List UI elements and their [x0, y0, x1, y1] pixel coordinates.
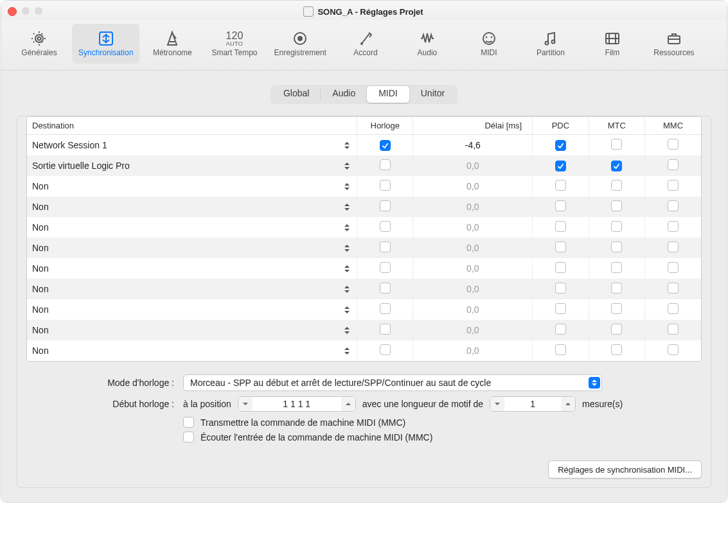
delay-value[interactable]: 0,0	[413, 155, 533, 176]
destination-stepper[interactable]	[344, 201, 351, 213]
destination-stepper[interactable]	[344, 345, 351, 356]
mtc-checkbox[interactable]	[611, 283, 622, 293]
midi-sync-settings-button[interactable]: Réglages de synchronisation MIDI...	[548, 460, 702, 478]
pdc-checkbox[interactable]	[555, 344, 566, 355]
destination-stepper[interactable]	[344, 242, 351, 254]
toolbar-item-audio[interactable]: Audio	[398, 24, 456, 64]
mmc-checkbox[interactable]	[668, 283, 679, 293]
destination-stepper[interactable]	[344, 304, 351, 315]
pattern-decrement[interactable]	[490, 397, 504, 411]
clock-checkbox[interactable]	[380, 324, 391, 335]
delay-value[interactable]: -4,6	[413, 135, 533, 156]
toolbar-item-accord[interactable]: Accord	[337, 24, 395, 64]
position-increment[interactable]	[341, 397, 355, 411]
col-delay[interactable]: Délai [ms]	[413, 117, 533, 135]
tab-midi[interactable]: MIDI	[367, 86, 409, 103]
pdc-checkbox[interactable]	[555, 161, 566, 171]
mmc-checkbox[interactable]	[668, 221, 679, 232]
destination-stepper[interactable]	[344, 139, 351, 151]
toolbar-item-ressources[interactable]: Ressources	[645, 24, 703, 64]
mtc-checkbox[interactable]	[611, 161, 622, 171]
clock-checkbox[interactable]	[380, 344, 391, 355]
mmc-checkbox[interactable]	[668, 241, 679, 252]
pattern-increment[interactable]	[561, 397, 575, 411]
pdc-checkbox[interactable]	[555, 324, 566, 335]
destination-stepper[interactable]	[344, 283, 351, 295]
clock-checkbox[interactable]	[380, 159, 391, 170]
position-decrement[interactable]	[238, 397, 253, 411]
pdc-checkbox[interactable]	[555, 200, 566, 211]
toolbar-item-metronome[interactable]: Métronome	[143, 24, 201, 64]
transmit-mmc-checkbox[interactable]	[183, 417, 194, 428]
delay-value[interactable]: 0,0	[413, 299, 533, 320]
mmc-checkbox[interactable]	[668, 200, 679, 211]
pdc-checkbox[interactable]	[555, 262, 566, 273]
mtc-checkbox[interactable]	[611, 241, 622, 252]
pdc-checkbox[interactable]	[555, 283, 566, 293]
tab-global[interactable]: Global	[272, 86, 321, 103]
position-value[interactable]: 1 1 1 1	[253, 399, 341, 409]
mtc-checkbox[interactable]	[611, 221, 622, 232]
clock-checkbox[interactable]	[380, 241, 391, 252]
delay-value[interactable]: 0,0	[413, 238, 533, 258]
destination-stepper[interactable]	[344, 263, 351, 274]
mtc-checkbox[interactable]	[611, 139, 622, 150]
pdc-checkbox[interactable]	[555, 303, 566, 314]
col-mtc[interactable]: MTC	[589, 117, 644, 135]
mtc-checkbox[interactable]	[611, 324, 622, 335]
toolbar-item-synchronisation[interactable]: Synchronisation	[72, 24, 139, 64]
mtc-checkbox[interactable]	[611, 344, 622, 355]
col-pdc[interactable]: PDC	[533, 117, 589, 135]
destination-stepper[interactable]	[344, 180, 351, 192]
col-clock[interactable]: Horloge	[357, 117, 413, 135]
mtc-checkbox[interactable]	[611, 303, 622, 314]
toolbar-item-film[interactable]: Film	[583, 24, 641, 64]
clock-checkbox[interactable]	[380, 303, 391, 314]
listen-mmc-checkbox[interactable]	[183, 432, 194, 442]
mmc-checkbox[interactable]	[668, 159, 679, 170]
tab-audio[interactable]: Audio	[321, 86, 367, 103]
mmc-checkbox[interactable]	[668, 324, 679, 335]
clock-checkbox[interactable]	[380, 140, 391, 151]
destination-stepper[interactable]	[344, 160, 351, 171]
delay-value[interactable]: 0,0	[413, 217, 533, 238]
clock-checkbox[interactable]	[380, 221, 391, 232]
mmc-checkbox[interactable]	[668, 180, 679, 191]
pdc-checkbox[interactable]	[555, 180, 566, 191]
clock-checkbox[interactable]	[380, 262, 391, 273]
tab-unitor[interactable]: Unitor	[409, 86, 456, 103]
midi-destinations-table: Destination Horloge Délai [ms] PDC MTC M…	[26, 116, 702, 362]
mtc-checkbox[interactable]	[611, 180, 622, 191]
pdc-checkbox[interactable]	[555, 140, 566, 151]
col-mmc[interactable]: MMC	[645, 117, 701, 135]
pdc-checkbox[interactable]	[555, 241, 566, 252]
position-stepper[interactable]: 1 1 1 1	[238, 396, 356, 412]
pattern-value[interactable]: 1	[504, 399, 561, 409]
clock-mode-popup[interactable]: Morceau - SPP au début et arrêt de lectu…	[183, 374, 602, 391]
destination-stepper[interactable]	[344, 222, 351, 233]
pattern-length-stepper[interactable]: 1	[490, 396, 576, 412]
clock-checkbox[interactable]	[380, 283, 391, 293]
clock-checkbox[interactable]	[380, 180, 391, 191]
delay-value[interactable]: 0,0	[413, 258, 533, 279]
pdc-checkbox[interactable]	[555, 221, 566, 232]
delay-value[interactable]: 0,0	[413, 197, 533, 217]
toolbar-item-smart-tempo[interactable]: 120AUTOSmart Tempo	[205, 24, 263, 64]
mmc-checkbox[interactable]	[668, 139, 679, 150]
toolbar-item-generales[interactable]: Générales	[10, 24, 68, 64]
mmc-checkbox[interactable]	[668, 303, 679, 314]
clock-checkbox[interactable]	[380, 200, 391, 211]
delay-value[interactable]: 0,0	[413, 279, 533, 299]
toolbar-item-enregistrement[interactable]: Enregistrement	[268, 24, 333, 64]
delay-value[interactable]: 0,0	[413, 176, 533, 197]
mmc-checkbox[interactable]	[668, 344, 679, 355]
delay-value[interactable]: 0,0	[413, 320, 533, 340]
delay-value[interactable]: 0,0	[413, 340, 533, 361]
mmc-checkbox[interactable]	[668, 262, 679, 273]
col-destination[interactable]: Destination	[27, 117, 357, 135]
toolbar-item-midi[interactable]: MIDI	[460, 24, 518, 64]
toolbar-item-partition[interactable]: Partition	[522, 24, 580, 64]
mtc-checkbox[interactable]	[611, 262, 622, 273]
destination-stepper[interactable]	[344, 324, 351, 336]
mtc-checkbox[interactable]	[611, 200, 622, 211]
